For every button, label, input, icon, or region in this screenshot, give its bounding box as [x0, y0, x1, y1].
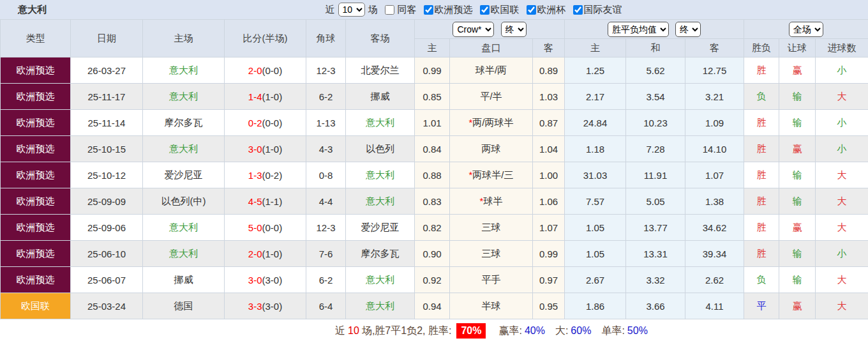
- handicap-cell: 半球: [450, 293, 533, 319]
- away-team-cell[interactable]: 以色列: [346, 136, 415, 162]
- result-cell: 负: [744, 84, 779, 110]
- avg-draw-cell: 11.91: [626, 162, 685, 188]
- col-handicap-result: 让球: [779, 39, 816, 57]
- odds-away-cell: 0.99: [533, 241, 565, 267]
- result-cell: 平: [744, 293, 779, 319]
- fulltime-score: 2-0: [248, 65, 262, 76]
- halftime-score: (1-1): [262, 196, 283, 207]
- col-odds-away: 客: [533, 39, 565, 57]
- away-team-cell[interactable]: 挪威: [346, 84, 415, 110]
- avg-home-cell: 1.05: [565, 241, 626, 267]
- col-handicap: 盘口: [450, 39, 533, 57]
- handicap-result-cell: 输: [779, 188, 816, 215]
- competition-type-cell: 欧洲预选: [1, 241, 71, 267]
- avg-type-select[interactable]: 胜平负均值: [608, 22, 669, 37]
- odds-company-select[interactable]: Crow*: [453, 22, 494, 37]
- filter-euro-cup-label: 欧洲杯: [537, 4, 566, 16]
- halftime-score: (3-0): [262, 301, 283, 312]
- corner-cell: 4-3: [306, 136, 346, 162]
- match-table-body: 欧洲预选 26-03-27 意大利 2-0(0-0) 12-3 北爱尔兰 0.9…: [1, 57, 868, 319]
- away-team-cell[interactable]: 北爱尔兰: [346, 57, 415, 84]
- away-team-cell[interactable]: 爱沙尼亚: [346, 215, 415, 241]
- match-row[interactable]: 欧洲预选 25-10-12 爱沙尼亚 1-3(0-2) 0-8 意大利 0.88…: [1, 162, 868, 188]
- competition-type-cell: 欧洲预选: [1, 162, 71, 188]
- result-cell: 胜: [744, 241, 779, 267]
- handicap-cell: 三球: [450, 215, 533, 241]
- odds-home-cell: 0.88: [415, 162, 450, 188]
- odds-home-cell: 0.84: [415, 136, 450, 162]
- home-team-cell[interactable]: 意大利: [143, 57, 225, 84]
- handicap-result-cell: 输: [779, 84, 816, 110]
- avg-away-cell: 1.07: [685, 162, 744, 188]
- date-cell: 25-11-17: [71, 84, 143, 110]
- avg-home-cell: 7.57: [565, 188, 626, 215]
- handicap-text: 球半/两: [475, 65, 507, 75]
- handicap-text: 半球: [482, 300, 501, 311]
- recent-count-select[interactable]: 10: [338, 3, 365, 17]
- match-row[interactable]: 欧洲预选 26-03-27 意大利 2-0(0-0) 12-3 北爱尔兰 0.9…: [1, 57, 868, 84]
- scope-select[interactable]: 全场: [789, 22, 823, 37]
- date-cell: 25-03-24: [71, 293, 143, 319]
- odds-away-cell: 1.04: [533, 136, 565, 162]
- away-team-cell[interactable]: 摩尔多瓦: [346, 241, 415, 267]
- same-away-checkbox[interactable]: [385, 5, 394, 15]
- col-type: 类型: [1, 20, 71, 57]
- halftime-score: (0-0): [262, 222, 283, 233]
- match-row[interactable]: 欧洲预选 25-06-10 意大利 2-0(1-0) 7-6 摩尔多瓦 0.90…: [1, 241, 868, 267]
- away-team-cell[interactable]: 意大利: [346, 267, 415, 293]
- filter-nations-league-label: 欧国联: [491, 4, 520, 16]
- match-row[interactable]: 欧洲预选 25-06-07 挪威 3-0(3-0) 6-2 意大利 0.92 平…: [1, 267, 868, 293]
- avg-time-select[interactable]: 终: [675, 22, 701, 37]
- goals-result-cell: 大: [816, 215, 868, 241]
- match-table: 类型 日期 主场 比分(半场) 角球 客场 Crow* 终 胜平负均值 终 全场: [0, 19, 868, 319]
- home-team-cell[interactable]: 意大利: [143, 215, 225, 241]
- col-avg-away: 客: [685, 39, 744, 57]
- corner-cell: 12-3: [306, 215, 346, 241]
- avg-draw-cell: 5.62: [626, 57, 685, 84]
- home-team-cell[interactable]: 德国: [143, 293, 225, 319]
- fulltime-score: 3-3: [248, 301, 262, 312]
- score-cell: 3-0(3-0): [225, 267, 306, 293]
- col-avg-draw: 和: [626, 39, 685, 57]
- col-corner: 角球: [306, 20, 346, 57]
- single-rate-value: 50%: [627, 325, 648, 337]
- home-team-cell[interactable]: 意大利: [143, 84, 225, 110]
- away-team-cell[interactable]: 意大利: [346, 188, 415, 215]
- match-row[interactable]: 欧国联 25-03-24 德国 3-3(3-0) 6-4 意大利 0.94 半球…: [1, 293, 868, 319]
- match-row[interactable]: 欧洲预选 25-10-15 意大利 3-0(1-0) 4-3 以色列 0.84 …: [1, 136, 868, 162]
- home-team-cell[interactable]: 摩尔多瓦: [143, 110, 225, 136]
- handicap-result-cell: 赢: [779, 136, 816, 162]
- handicap-result-cell: 赢: [779, 57, 816, 84]
- away-team-cell[interactable]: 意大利: [346, 110, 415, 136]
- match-row[interactable]: 欧洲预选 25-09-06 意大利 5-0(0-0) 12-3 爱沙尼亚 0.8…: [1, 215, 868, 241]
- filter-euro-cup-checkbox[interactable]: [527, 5, 536, 15]
- home-team-cell[interactable]: 意大利: [143, 241, 225, 267]
- away-team-cell[interactable]: 意大利: [346, 293, 415, 319]
- home-team-cell[interactable]: 以色列(中): [143, 188, 225, 215]
- odds-home-cell: 1.01: [415, 110, 450, 136]
- home-team-cell[interactable]: 爱沙尼亚: [143, 162, 225, 188]
- goals-result-cell: 大: [816, 188, 868, 215]
- col-odds-home: 主: [415, 39, 450, 57]
- away-team-cell[interactable]: 意大利: [346, 162, 415, 188]
- filter-euro-qualifiers-checkbox[interactable]: [424, 5, 433, 15]
- filter-nations-league-checkbox[interactable]: [480, 5, 490, 15]
- odds-time-select[interactable]: 终: [501, 22, 527, 37]
- match-row[interactable]: 欧洲预选 25-09-09 以色列(中) 4-5(1-1) 4-4 意大利 0.…: [1, 188, 868, 215]
- handicap-result-cell: 输: [779, 241, 816, 267]
- avg-home-cell: 24.84: [565, 110, 626, 136]
- avg-draw-cell: 3.54: [626, 84, 685, 110]
- avg-home-cell: 1.18: [565, 136, 626, 162]
- handicap-text: 平/半: [480, 91, 502, 102]
- result-cell: 胜: [744, 188, 779, 215]
- home-team-cell[interactable]: 挪威: [143, 267, 225, 293]
- filter-friendly-checkbox[interactable]: [573, 5, 583, 15]
- match-row[interactable]: 欧洲预选 25-11-14 摩尔多瓦 0-2(0-0) 1-13 意大利 1.0…: [1, 110, 868, 136]
- match-row[interactable]: 欧洲预选 25-11-17 意大利 1-4(1-0) 6-2 挪威 0.85 平…: [1, 84, 868, 110]
- avg-away-cell: 14.10: [685, 136, 744, 162]
- score-cell: 0-2(0-0): [225, 110, 306, 136]
- home-team-cell[interactable]: 意大利: [143, 136, 225, 162]
- competition-type-cell: 欧洲预选: [1, 215, 71, 241]
- avg-away-cell: 1.09: [685, 110, 744, 136]
- handicap-cell: 平/半: [450, 84, 533, 110]
